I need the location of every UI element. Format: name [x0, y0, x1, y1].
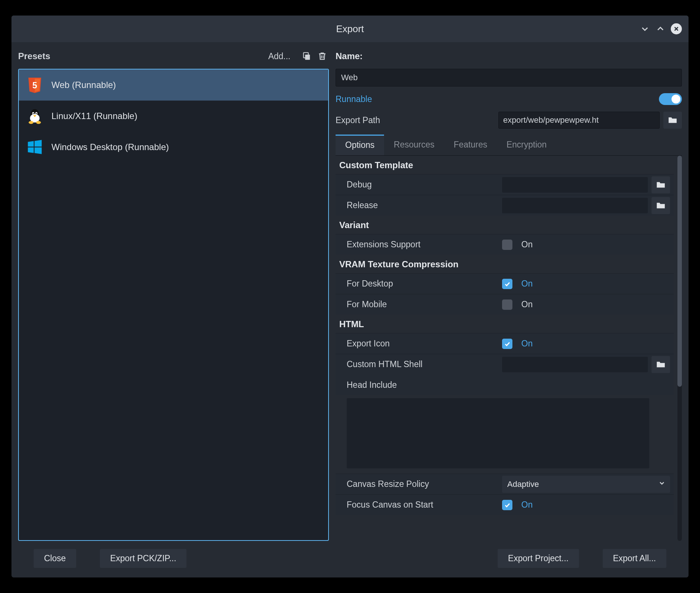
export-dialog: Export Presets Add...: [11, 16, 689, 577]
preset-name-input[interactable]: [336, 69, 682, 87]
section-variant: Variant: [336, 216, 674, 234]
folder-icon: [656, 201, 666, 210]
preset-item-label: Windows Desktop (Runnable): [51, 142, 169, 152]
tabs: Options Resources Features Encryption: [336, 135, 682, 156]
folder-icon: [668, 116, 677, 124]
svg-point-17: [36, 121, 41, 124]
chevron-down-icon: [658, 480, 666, 489]
section-html: HTML: [336, 315, 674, 333]
svg-marker-19: [34, 140, 41, 147]
export-path-input[interactable]: [498, 112, 660, 129]
preset-item-linux[interactable]: Linux/X11 (Runnable): [19, 101, 328, 132]
browse-path-button[interactable]: [663, 112, 682, 129]
preset-item-label: Web (Runnable): [51, 80, 116, 90]
svg-text:5: 5: [33, 81, 37, 90]
option-export-icon: Export Icon On: [336, 333, 674, 354]
scrollbar-thumb[interactable]: [677, 156, 682, 387]
titlebar: Export: [11, 16, 689, 42]
option-release: Release: [336, 195, 674, 216]
export-project-button[interactable]: Export Project...: [498, 549, 579, 568]
dialog-title: Export: [336, 23, 364, 35]
tab-features[interactable]: Features: [444, 135, 497, 155]
option-focus-canvas: Focus Canvas on Start On: [336, 494, 674, 515]
svg-point-13: [33, 113, 34, 114]
linux-icon: [26, 107, 44, 125]
section-vram: VRAM Texture Compression: [336, 255, 674, 273]
svg-point-14: [36, 113, 37, 114]
preset-item-windows[interactable]: Windows Desktop (Runnable): [19, 132, 328, 163]
name-label: Name:: [336, 51, 363, 61]
svg-point-16: [28, 121, 33, 124]
option-for-desktop: For Desktop On: [336, 273, 674, 294]
canvas-resize-policy-dropdown[interactable]: Adaptive: [502, 476, 670, 493]
runnable-toggle[interactable]: [659, 93, 682, 105]
windows-icon: [26, 138, 44, 156]
for-desktop-checkbox[interactable]: [502, 279, 512, 289]
chevron-up-icon[interactable]: [655, 24, 666, 34]
option-for-mobile: For Mobile On: [336, 294, 674, 315]
svg-rect-2: [305, 55, 310, 60]
preset-item-web[interactable]: 5 Web (Runnable): [19, 70, 328, 101]
release-path-input[interactable]: [502, 198, 648, 213]
add-preset-button[interactable]: Add...: [268, 51, 290, 61]
details-pane: Name: Runnable Export Path Options Reso: [336, 47, 682, 541]
custom-html-shell-input[interactable]: [502, 357, 648, 372]
close-icon[interactable]: [671, 23, 682, 34]
export-icon-checkbox[interactable]: [502, 339, 512, 349]
option-head-include-label: Head Include: [336, 375, 674, 395]
chevron-down-icon[interactable]: [640, 24, 650, 34]
copy-icon[interactable]: [300, 50, 313, 63]
presets-label: Presets: [18, 51, 268, 61]
browse-debug-button[interactable]: [652, 176, 670, 193]
trash-icon[interactable]: [316, 50, 329, 63]
option-custom-html-shell: Custom HTML Shell: [336, 354, 674, 375]
export-path-label: Export Path: [336, 115, 495, 125]
preset-item-label: Linux/X11 (Runnable): [51, 111, 137, 121]
focus-canvas-checkbox[interactable]: [502, 500, 512, 510]
export-all-button[interactable]: Export All...: [603, 549, 666, 568]
titlebar-controls: [640, 23, 682, 34]
for-mobile-checkbox[interactable]: [502, 299, 512, 310]
svg-marker-18: [28, 141, 34, 146]
head-include-textarea[interactable]: [347, 398, 649, 468]
browse-html-shell-button[interactable]: [652, 356, 670, 373]
browse-release-button[interactable]: [652, 197, 670, 214]
option-extensions-support: Extensions Support On: [336, 234, 674, 255]
runnable-label: Runnable: [336, 94, 659, 104]
dialog-footer: Close Export PCK/ZIP... Export Project..…: [11, 545, 689, 577]
scrollbar[interactable]: [677, 156, 682, 541]
svg-marker-21: [34, 148, 41, 154]
html5-icon: 5: [26, 76, 44, 94]
tab-resources[interactable]: Resources: [384, 135, 444, 155]
options-panel: Custom Template Debug Release Variant: [336, 156, 676, 541]
section-custom-template: Custom Template: [336, 156, 674, 174]
option-canvas-resize-policy: Canvas Resize Policy Adaptive: [336, 474, 674, 494]
extensions-support-checkbox[interactable]: [502, 240, 512, 250]
debug-path-input[interactable]: [502, 177, 648, 193]
preset-list[interactable]: 5 Web (Runnable) Linux/X11 (Runnable): [18, 69, 329, 541]
tab-encryption[interactable]: Encryption: [497, 135, 556, 155]
folder-icon: [656, 181, 666, 189]
close-button[interactable]: Close: [34, 549, 76, 568]
folder-icon: [656, 360, 666, 369]
export-pck-zip-button[interactable]: Export PCK/ZIP...: [100, 549, 187, 568]
tab-options[interactable]: Options: [336, 135, 384, 155]
option-debug: Debug: [336, 174, 674, 195]
presets-pane: Presets Add... 5 Web (Runnable): [18, 47, 329, 541]
svg-marker-20: [28, 148, 34, 153]
